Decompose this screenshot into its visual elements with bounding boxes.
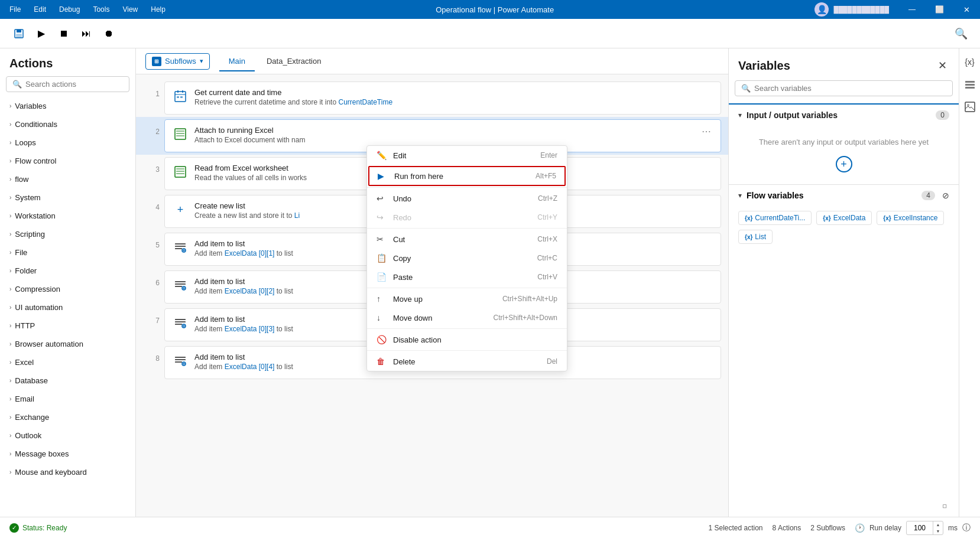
ctx-label: Move up [393,295,497,304]
tab-data-extraction[interactable]: Data_Extraction [257,52,331,71]
minimize-button[interactable]: — [898,0,926,19]
category-label: Workstation [15,211,55,220]
close-button[interactable]: ✕ [953,0,980,19]
variables-search-input[interactable] [754,84,946,93]
category-compression[interactable]: › Compression [0,280,135,298]
stop-button[interactable]: ⏹ [54,24,73,43]
svg-rect-12 [176,133,184,134]
category-exchange[interactable]: › Exchange [0,408,135,426]
variables-close-button[interactable]: ✕ [936,57,949,74]
run-from-here-icon: ▶ [378,171,388,181]
var-chip-excelinstance[interactable]: {x} ExcelInstance [877,211,944,225]
ctx-paste[interactable]: 📄 Paste Ctrl+V [367,268,567,286]
category-message-boxes[interactable]: › Message boxes [0,445,135,463]
step-icon [172,239,189,256]
variables-panel-toggle[interactable]: {x} [961,53,979,71]
layers-icon[interactable] [961,76,979,93]
search-button[interactable]: 🔍 [952,24,971,43]
var-chip-list[interactable]: {x} List [738,230,773,244]
tab-main[interactable]: Main [219,52,255,71]
ctx-run-from-here[interactable]: ▶ Run from here Alt+F5 [368,166,566,186]
next-button[interactable]: ⏭ [77,24,96,43]
subflows-button[interactable]: ⊞ Subflows ▾ [145,53,210,70]
redo-icon: ↪ [377,213,387,222]
flow-vars-chevron-icon: ▾ [738,191,742,200]
ctx-separator [367,228,567,229]
menu-tools[interactable]: Tools [87,3,115,16]
chevron-icon: › [9,396,11,402]
ctx-cut[interactable]: ✂ Cut Ctrl+X [367,230,567,249]
svg-rect-3 [17,30,21,32]
category-database[interactable]: › Database [0,371,135,390]
actions-search-input[interactable] [25,80,125,89]
menu-edit[interactable]: Edit [28,3,52,16]
variables-title: Variables [738,59,931,73]
ctx-edit[interactable]: ✏️ Edit Enter [367,146,567,165]
variables-search-box[interactable]: 🔍 [735,80,953,96]
info-icon[interactable]: ⓘ [962,523,971,533]
category-outlook[interactable]: › Outlook [0,426,135,445]
var-chip-exceldata[interactable]: {x} ExcelData [816,211,872,225]
ctx-shortcut: Ctrl+Z [538,194,557,203]
ctx-redo[interactable]: ↪ Redo Ctrl+Y [367,208,567,227]
category-workstation[interactable]: › Workstation [0,207,135,225]
record-button[interactable]: ⏺ [99,24,118,43]
category-browser-automation[interactable]: › Browser automation [0,335,135,353]
flow-variables-header[interactable]: ▾ Flow variables 4 ⊘ [729,185,959,206]
step-icon [172,88,189,105]
ctx-delete[interactable]: 🗑 Delete Del [367,352,567,371]
ctx-disable[interactable]: 🚫 Disable action [367,330,567,349]
menu-view[interactable]: View [116,3,144,16]
total-actions-count: 8 Actions [773,524,801,532]
run-delay-input[interactable] [907,523,933,533]
filter-icon[interactable]: ⊘ [942,191,949,200]
step-number: 8 [143,346,160,379]
ctx-copy[interactable]: 📋 Copy Ctrl+C [367,249,567,268]
category-loops[interactable]: › Loops [0,133,135,152]
var-link: Li [294,211,300,220]
back-arrow-icon[interactable]: ⬦ [939,498,953,513]
ctx-move-up[interactable]: ↑ Move up Ctrl+Shift+Alt+Up [367,289,567,308]
ctx-undo[interactable]: ↩ Undo Ctrl+Z [367,189,567,208]
svg-rect-25 [175,283,186,285]
category-file[interactable]: › File [0,243,135,262]
actions-search-box[interactable]: 🔍 [6,76,129,92]
actions-search-icon: 🔍 [12,80,22,89]
var-chip-currentdatetime[interactable]: {x} CurrentDateTi... [738,211,812,225]
maximize-button[interactable]: ⬜ [926,0,953,19]
category-ui-automation[interactable]: › UI automation [0,298,135,317]
category-scripting[interactable]: › Scripting [0,225,135,243]
edit-icon: ✏️ [377,151,387,160]
run-delay-down-arrow[interactable]: ▼ [933,528,943,534]
step-card[interactable]: Get current date and time Retrieve the c… [164,81,721,115]
var-chip-icon: {x} [745,234,752,240]
ctx-move-down[interactable]: ↓ Move down Ctrl+Shift+Alt+Down [367,308,567,327]
category-label: Message boxes [15,449,69,458]
category-flow-control[interactable]: › Flow control [0,152,135,170]
add-variable-button[interactable]: + [836,156,852,172]
step-number: 3 [143,157,160,190]
category-http[interactable]: › HTTP [0,317,135,335]
category-run-flow[interactable]: › flow [0,170,135,188]
var-chips-container: {x} CurrentDateTi... {x} ExcelData {x} E… [729,206,959,249]
menu-help[interactable]: Help [145,3,171,16]
run-button[interactable]: ▶ [32,24,51,43]
input-output-header[interactable]: ▾ Input / output variables 0 [729,105,959,126]
run-delay-up-arrow[interactable]: ▲ [933,521,943,528]
category-mouse-keyboard[interactable]: › Mouse and keyboard [0,463,135,481]
ctx-label: Disable action [393,335,551,344]
chevron-icon: › [9,469,11,475]
category-system[interactable]: › System [0,188,135,207]
category-folder[interactable]: › Folder [0,262,135,280]
category-variables[interactable]: › Variables [0,97,135,115]
category-email[interactable]: › Email [0,390,135,408]
menu-debug[interactable]: Debug [53,3,86,16]
step-more-button[interactable]: ⋯ [699,126,713,137]
category-conditionals[interactable]: › Conditionals [0,115,135,133]
save-button[interactable] [9,24,28,43]
move-down-icon: ↓ [377,313,387,322]
category-excel[interactable]: › Excel [0,353,135,371]
svg-rect-45 [965,102,975,112]
image-icon[interactable] [961,98,979,116]
menu-file[interactable]: File [4,3,27,16]
